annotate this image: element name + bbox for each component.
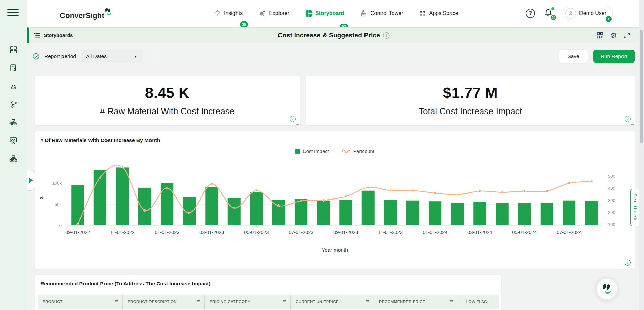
table-cell — [290, 309, 374, 310]
resize-corner[interactable] — [296, 122, 299, 125]
feedback-tab[interactable]: Feedback — [630, 189, 639, 226]
column-header-product[interactable]: PRODUCT — [38, 295, 122, 309]
sidebar-expand-handle[interactable] — [27, 170, 35, 191]
top-header: ConverSight Insights 35 — [27, 0, 639, 27]
filter-icon[interactable] — [196, 300, 200, 304]
table-header-row: PRODUCTPRODUCT DESCRIPTIONPRICING CATEGO… — [38, 295, 499, 309]
logo-leaf-icon — [104, 7, 113, 16]
sidebar-icon-list — [0, 46, 27, 163]
collapse-panel-icon — [33, 32, 40, 38]
sitemap-icon — [9, 154, 18, 163]
help-button[interactable]: ? — [526, 9, 535, 18]
sidebar-item-data-model[interactable] — [9, 154, 18, 163]
legend-partcount[interactable]: Partcount — [342, 149, 374, 154]
feedback-label: Feedback — [633, 194, 638, 221]
page-title: Cost Increase & Suggested Price — [278, 32, 380, 39]
presentation-chart-icon — [9, 136, 18, 145]
column-header-current-unitprice[interactable]: CURRENT UNITPRICE — [290, 295, 374, 309]
chart-card: # Of Raw Materials With Cost Increase By… — [35, 131, 635, 269]
sidebar-item-hierarchy[interactable] — [9, 118, 18, 127]
toolbar-actions: ⚙ — [596, 31, 630, 40]
resize-corner[interactable] — [631, 266, 634, 268]
help-icon: ? — [529, 10, 532, 16]
fullscreen-button[interactable] — [624, 32, 630, 38]
storyboards-nav[interactable]: Storyboards — [33, 32, 73, 38]
kpi-info-icon[interactable]: i — [625, 116, 631, 122]
nav-item-control-tower[interactable]: Control Tower — [360, 10, 403, 17]
report-period-dropdown[interactable]: All Dates ▼ — [81, 50, 143, 63]
resize-corner[interactable] — [631, 122, 634, 125]
svg-text:01-01-2023: 01-01-2023 — [155, 230, 179, 235]
nav-label: Insights — [224, 10, 243, 16]
filter-icon[interactable] — [449, 300, 454, 304]
report-actions: Save Run Report — [559, 50, 635, 63]
dashboard-grid-icon — [9, 46, 18, 54]
add-widget-button[interactable] — [596, 32, 604, 39]
column-header-pricing-category[interactable]: PRICING CATEGORY — [204, 295, 290, 309]
nav-item-explorer[interactable]: Explorer — [259, 9, 289, 17]
kpi-label: Total Cost Increase Impact — [419, 106, 522, 117]
filter-icon[interactable] — [366, 300, 370, 304]
column-header-product-description[interactable]: PRODUCT DESCRIPTION — [122, 295, 204, 309]
insights-bulb-icon — [214, 9, 221, 17]
save-button[interactable]: Save — [559, 50, 587, 63]
svg-text:$: $ — [39, 196, 44, 199]
legend-cost-impact[interactable]: Cost Impact — [295, 149, 329, 154]
storyboards-label: Storyboards — [44, 33, 73, 38]
hamburger-menu-icon[interactable] — [7, 9, 19, 17]
document-user-icon — [9, 64, 18, 72]
nav-item-apps-space[interactable]: Apps Space — [419, 10, 458, 17]
header-label: PRICING CATEGORY — [210, 300, 250, 304]
filter-icon[interactable] — [282, 300, 286, 304]
column-header-low-flag[interactable]: ↑ LOW FLAG — [458, 295, 499, 309]
kpi-value: $1.77 M — [443, 85, 498, 101]
assistant-chat-button[interactable] — [595, 276, 619, 301]
sitemap-icon — [9, 118, 18, 127]
filter-bar: Report period All Dates ▼ — [32, 49, 156, 64]
run-report-button[interactable]: Run Report — [593, 50, 635, 63]
notifications-button[interactable]: 24 — [544, 8, 554, 19]
table-cell — [122, 309, 204, 310]
svg-text:100: 100 — [608, 222, 615, 227]
nav-item-insights[interactable]: Insights 35 — [214, 9, 243, 17]
conversight-logo[interactable]: ConverSight — [60, 7, 113, 20]
chart-info-icon[interactable]: i — [625, 260, 631, 266]
user-name: Demo User — [579, 10, 606, 16]
nav-item-storyboard[interactable]: Storyboard 52 — [305, 10, 344, 17]
svg-text:07-01-2023: 07-01-2023 — [289, 230, 313, 235]
expand-diagonal-icon — [624, 32, 630, 38]
report-period-value: All Dates — [86, 53, 107, 59]
column-header-recommended-price[interactable]: RECOMMENDED PRICE — [374, 295, 458, 309]
page-scrollbar — [639, 0, 644, 310]
sidebar-item-report-doc[interactable] — [9, 64, 18, 72]
chart-legend: Cost Impact Partcount — [35, 149, 635, 154]
header-label: RECOMMENDED PRICE — [379, 300, 425, 304]
svg-text:400: 400 — [608, 186, 615, 191]
kpi-info-icon[interactable]: i — [290, 116, 296, 122]
settings-button[interactable]: ⚙ — [610, 31, 617, 40]
cost-increase-chart[interactable]: 050k100k10020030040050009-01-202211-01-2… — [38, 161, 631, 245]
sidebar-item-workflow[interactable] — [9, 100, 18, 108]
sidebar-item-experiments[interactable] — [9, 82, 18, 90]
user-menu[interactable]: Demo User ▼ — [563, 6, 613, 21]
title-info-icon[interactable]: i — [383, 32, 390, 39]
svg-text:03-01-2024: 03-01-2024 — [467, 230, 492, 235]
grid-plus-icon — [596, 32, 604, 39]
user-icon — [568, 10, 574, 16]
expand-arrow-icon — [29, 178, 33, 183]
nav-label: Control Tower — [370, 10, 403, 16]
svg-text:09-01-2022: 09-01-2022 — [65, 230, 90, 235]
table-row[interactable] — [38, 309, 499, 310]
sidebar-item-dashboard[interactable] — [9, 46, 18, 54]
filter-icon[interactable] — [114, 300, 118, 304]
recommended-price-table-card: Recommended Product Price (To Address Th… — [35, 275, 501, 310]
table-cell — [204, 309, 290, 310]
sidebar-item-presentation[interactable] — [9, 136, 18, 145]
check-circle-icon[interactable] — [32, 53, 40, 60]
header-label: CURRENT UNITPRICE — [296, 300, 339, 304]
primary-nav: Insights 35 Explorer Storyboard 52 — [214, 0, 458, 27]
left-sidebar — [0, 0, 27, 310]
scrollbar-thumb[interactable] — [640, 30, 643, 143]
nav-label: Explorer — [269, 10, 289, 16]
notification-dot — [551, 7, 554, 10]
